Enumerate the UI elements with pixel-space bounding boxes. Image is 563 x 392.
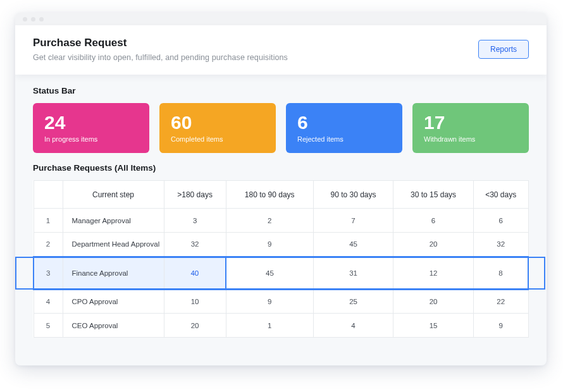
status-card-value: 60 [171,112,264,133]
row-index: 5 [34,314,63,338]
status-card-in-progress[interactable]: 24 In progress items [33,103,149,153]
col-current-step: Current step [63,181,164,209]
status-card-value: 17 [424,112,517,133]
reports-button[interactable]: Reports [478,40,529,59]
cell[interactable]: 45 [226,257,313,290]
cell[interactable]: 31 [313,257,393,290]
status-bar-section: Status Bar 24 In progress items 60 Compl… [15,75,547,154]
cell[interactable]: 2 [226,209,313,233]
status-cards-row: 24 In progress items 60 Completed items … [33,103,529,153]
cell[interactable]: 40 [164,257,226,290]
row-step: Finance Approval [63,257,164,290]
status-card-label: Completed items [171,135,264,143]
col-30-15: 30 to 15 days [393,181,474,209]
cell[interactable]: 12 [393,257,474,290]
status-card-value: 6 [297,112,391,133]
table-row[interactable]: 4CPO Approval109252022 [34,290,528,314]
traffic-light-minimize-icon[interactable] [31,17,35,21]
row-step: CPO Approval [63,290,164,314]
row-index: 4 [34,290,63,314]
app-window: Purchase Request Get clear visibility in… [15,13,547,365]
col-90-30: 90 to 30 days [313,181,393,209]
purchase-requests-table: Current step >180 days 180 to 90 days 90… [33,180,529,338]
cell[interactable]: 45 [313,233,393,257]
col-lt-30: <30 days [473,181,528,209]
col-index [34,181,63,209]
cell[interactable]: 9 [226,233,313,257]
table-title: Purchase Requests (All Items) [33,163,529,173]
table-row[interactable]: 2Department Head Approval329452032 [34,233,528,257]
col-gt-180: >180 days [164,181,226,209]
cell[interactable]: 32 [473,233,528,257]
cell[interactable]: 20 [164,314,226,338]
cell[interactable]: 4 [313,314,393,338]
cell[interactable]: 15 [393,314,474,338]
row-step: CEO Approval [63,314,164,338]
cell[interactable]: 6 [393,209,474,233]
col-180-90: 180 to 90 days [226,181,313,209]
traffic-light-zoom-icon[interactable] [39,17,44,21]
cell[interactable]: 32 [164,233,226,257]
window-titlebar [15,13,547,25]
cell[interactable]: 9 [473,314,528,338]
row-index: 1 [34,209,63,233]
cell[interactable]: 9 [226,290,313,314]
table-row[interactable]: 5CEO Approval2014159 [34,314,528,338]
status-card-completed[interactable]: 60 Completed items [159,103,276,153]
table-container: Current step >180 days 180 to 90 days 90… [33,180,529,338]
cell[interactable]: 8 [473,257,528,290]
page-subtitle: Get clear visibility into open, fulfille… [33,53,288,62]
cell[interactable]: 25 [313,290,393,314]
status-card-label: Rejected items [297,135,391,143]
cell[interactable]: 3 [164,209,226,233]
page-header: Purchase Request Get clear visibility in… [15,25,547,75]
cell[interactable]: 1 [226,314,313,338]
row-step: Manager Approval [63,209,164,233]
status-card-label: Withdrawn items [424,135,517,143]
status-card-withdrawn[interactable]: 17 Withdrawn items [412,103,529,153]
cell[interactable]: 6 [473,209,528,233]
status-card-value: 24 [44,112,138,133]
row-index: 3 [34,257,63,290]
table-row[interactable]: 3Finance Approval404531128 [34,257,528,290]
cell[interactable]: 20 [393,290,474,314]
status-bar-title: Status Bar [33,86,529,95]
cell[interactable]: 20 [393,233,474,257]
purchase-requests-section: Purchase Requests (All Items) Current st… [15,163,547,352]
row-step: Department Head Approval [63,233,164,257]
table-row[interactable]: 1Manager Approval32766 [34,209,528,233]
row-index: 2 [34,233,63,257]
cell[interactable]: 7 [313,209,393,233]
status-card-rejected[interactable]: 6 Rejected items [286,103,402,153]
traffic-light-close-icon[interactable] [23,17,27,21]
cell[interactable]: 10 [164,290,226,314]
table-header-row: Current step >180 days 180 to 90 days 90… [34,181,528,209]
page-title: Purchase Request [33,37,288,49]
status-card-label: In progress items [44,135,138,143]
cell[interactable]: 22 [473,290,528,314]
